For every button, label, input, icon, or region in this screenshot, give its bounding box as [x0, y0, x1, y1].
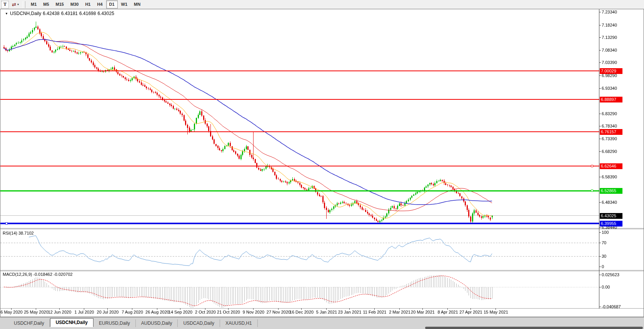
timeframe-m30-button[interactable]: M30 — [67, 0, 82, 8]
price-axis-label: 7.03390 — [602, 60, 617, 65]
price-tag-6.43025[interactable]: 6.43025 — [600, 213, 622, 219]
dropdown-arrow-icon: ▾ — [17, 3, 19, 6]
date-axis-label: 26 Aug 2020 — [145, 310, 169, 314]
chart-title: ▼USDCNH,Daily6.424386.431816.416986.4302… — [5, 11, 116, 16]
rsi-indicator-label: RSI(14) 38.7102 — [3, 231, 34, 235]
timeframe-d1-button[interactable]: D1 — [106, 0, 118, 8]
chart-tab-usdcad[interactable]: USDCAD,Daily — [178, 319, 220, 327]
price-axis-label: 6.83290 — [602, 111, 617, 116]
rsi-axis-label: 30 — [602, 254, 606, 258]
macd-axis-label: 0.00 — [602, 285, 610, 289]
price-axis-label: 6.73390 — [602, 136, 617, 141]
chart-tabs: USDCHF,DailyUSDCNH,DailyEURUSD,DailyAUDU… — [8, 319, 258, 327]
date-axis-label: 12 Jun 2020 — [48, 310, 72, 314]
price-axis-label: 6.68290 — [602, 149, 617, 154]
toolbar-grip[interactable] — [23, 1, 25, 8]
date-axis-label: 15 May 2021 — [484, 310, 508, 314]
price-tag-7.00029[interactable]: 7.00029 — [600, 68, 622, 74]
price-axis-label: 6.48340 — [602, 200, 617, 205]
rsi-name: RSI(14) — [3, 231, 17, 235]
rsi-axis-label: 70 — [602, 240, 606, 245]
chart-tab-xauusd[interactable]: XAUUSD,H1 — [220, 319, 258, 327]
chart-style-button[interactable]: ⇄ ▾ — [12, 1, 19, 8]
horizontal-scrollbar[interactable] — [425, 327, 643, 329]
chart-tab-eurusd[interactable]: EURUSD,Daily — [93, 319, 136, 327]
chart-tab-audusd[interactable]: AUDUSD,Daily — [136, 319, 178, 327]
price-axis-label: 6.93340 — [602, 86, 617, 91]
price-tag-6.76157[interactable]: 6.76157 — [600, 129, 622, 135]
price-tag-6.88897[interactable]: 6.88897 — [600, 97, 622, 102]
date-axis-label: 23 Jan 2021 — [338, 310, 362, 314]
text-tool-button[interactable]: T — [1, 1, 9, 8]
date-axis-label: 14 Sep 2020 — [169, 310, 192, 314]
quote-close: 6.43025 — [97, 11, 114, 16]
timeframe-h1-button[interactable]: H1 — [82, 0, 93, 8]
date-axis-label: 8 Apr 2021 — [437, 310, 458, 314]
rsi-value: 38.7102 — [18, 231, 34, 235]
terminal-window: T ⇄ ▾ M1M5M15M30H1H4D1W1MN ▼USDCNH,Daily… — [0, 0, 644, 329]
collapse-icon[interactable]: ▼ — [5, 12, 8, 15]
macd-values: -0.018462 -0.020702 — [33, 272, 72, 277]
rsi-axis-label: 100 — [602, 230, 609, 235]
macd-axis-label: 0.025623 — [602, 272, 619, 277]
date-axis-label: 21 Oct 2020 — [217, 310, 240, 314]
timeframe-mn-button[interactable]: MN — [131, 0, 143, 8]
date-axis-label: 9 Nov 2020 — [243, 310, 264, 314]
date-axis-label: 5 Jan 2021 — [316, 310, 337, 314]
macd-indicator-label: MACD(12,26,9) -0.018462 -0.020702 — [3, 272, 73, 277]
timeframe-w1-button[interactable]: W1 — [118, 0, 131, 8]
macd-axis-label: -0.040687 — [602, 304, 621, 309]
quote-open: 6.42438 — [43, 11, 59, 16]
date-axis-label: 2 Mar 2021 — [389, 310, 410, 314]
price-axis-label: 7.08340 — [602, 48, 617, 52]
chart-style-icon: ⇄ — [12, 2, 16, 7]
date-axis-label: 11 Feb 2021 — [363, 310, 387, 314]
quote-low: 6.41698 — [79, 11, 96, 16]
timeframe-m15-button[interactable]: M15 — [53, 0, 67, 8]
date-axis-label: 20 Jul 2020 — [97, 310, 119, 314]
chart-canvas[interactable] — [0, 9, 644, 317]
date-axis-label: 20 Mar 2021 — [411, 310, 435, 314]
price-axis-label: 7.18240 — [602, 23, 617, 27]
rsi-axis-label: 0 — [602, 264, 604, 269]
top-toolbar: T ⇄ ▾ M1M5M15M30H1H4D1W1MN — [0, 0, 644, 9]
timeframe-m1-button[interactable]: M1 — [28, 0, 40, 8]
date-axis-label: 1 Jul 2020 — [75, 310, 94, 314]
chart-window: ▼USDCNH,Daily6.424386.431816.416986.4302… — [0, 9, 644, 317]
price-tag-6.52865[interactable]: 6.52865 — [600, 188, 622, 194]
chart-tab-usdcnh[interactable]: USDCNH,Daily — [50, 318, 93, 327]
price-axis-label: 6.78340 — [602, 124, 617, 128]
timeframe-group: M1M5M15M30H1H4D1W1MN — [28, 0, 144, 9]
date-axis-label: 27 Nov 2020 — [267, 310, 290, 314]
date-axis-label: 25 May 2020 — [24, 310, 48, 314]
price-axis-label: 7.13290 — [602, 35, 617, 40]
price-tag-6.39955[interactable]: 6.39955 — [600, 221, 622, 227]
timeframe-m5-button[interactable]: M5 — [40, 0, 52, 8]
macd-name: MACD(12,26,9) — [3, 272, 32, 277]
price-tag-6.62646[interactable]: 6.62646 — [600, 163, 622, 169]
chart-tab-usdchf[interactable]: USDCHF,Daily — [8, 319, 50, 327]
date-axis-label: 27 Apr 2021 — [459, 310, 482, 314]
date-axis-label: 16 Dec 2020 — [290, 310, 314, 314]
date-axis-label: 7 Aug 2020 — [122, 310, 143, 314]
date-axis-label: 6 May 2020 — [0, 310, 22, 314]
quote-high: 6.43181 — [61, 11, 78, 16]
price-axis-label: 6.58390 — [602, 175, 617, 179]
price-axis-label: 7.23340 — [602, 10, 617, 14]
chart-tab-bar: USDCHF,DailyUSDCNH,DailyEURUSD,DailyAUDU… — [0, 317, 644, 329]
date-axis-label: 2 Oct 2020 — [195, 310, 216, 314]
timeframe-h4-button[interactable]: H4 — [94, 0, 105, 8]
chart-symbol-label: USDCNH,Daily — [10, 11, 41, 16]
